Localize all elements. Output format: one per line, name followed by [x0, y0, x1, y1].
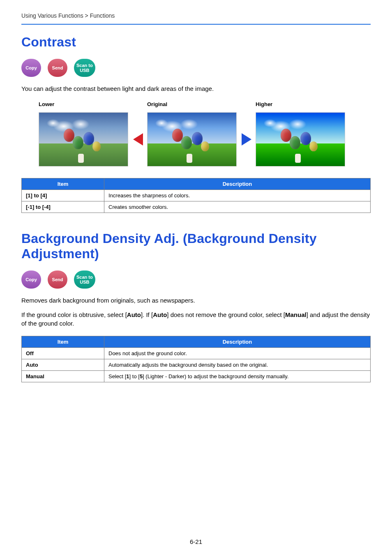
- cell-desc: Creates smoother colors.: [104, 201, 371, 213]
- table-row: [1] to [4] Increases the sharpness of co…: [22, 190, 371, 201]
- cell-item: Off: [22, 348, 104, 359]
- thumb-original: [147, 112, 237, 166]
- pill-send: Send: [48, 271, 67, 289]
- text: ] does not remove the ground color, sele…: [167, 311, 285, 318]
- contrast-higher-col: Higher: [256, 101, 346, 166]
- text: ]. If [: [141, 311, 153, 318]
- header-rule: [21, 24, 371, 25]
- contrast-lower-col: Lower: [39, 101, 129, 166]
- bold-auto: Auto: [153, 311, 167, 318]
- table-row: [-1] to [-4] Creates smoother colors.: [22, 201, 371, 213]
- label-lower: Lower: [39, 101, 54, 107]
- pill-copy: Copy: [21, 59, 41, 77]
- contrast-table: Item Description [1] to [4] Increases th…: [21, 178, 371, 213]
- bgdensity-table: Item Description Off Does not adjust the…: [21, 336, 371, 382]
- text: If the ground color is obtrusive, select…: [21, 311, 127, 318]
- thumb-lower: [39, 112, 128, 166]
- bgdensity-p1: Removes dark background from originals, …: [21, 296, 371, 305]
- cell-item: Manual: [22, 371, 104, 382]
- text: ] (Lighter - Darker) to adjust the backg…: [143, 373, 288, 379]
- thumb-higher: [256, 112, 345, 166]
- th-description: Description: [104, 336, 371, 348]
- th-description: Description: [104, 178, 371, 190]
- svg-marker-1: [242, 133, 251, 146]
- arrow-left-icon: [132, 132, 144, 146]
- bold-manual: Manual: [285, 311, 307, 318]
- cell-desc: Increases the sharpness of colors.: [104, 190, 371, 201]
- cell-item: Auto: [22, 359, 104, 371]
- table-row: Manual Select [1] to [5] (Lighter - Dark…: [22, 371, 371, 382]
- table-row: Off Does not adjust the ground color.: [22, 348, 371, 359]
- th-item: Item: [22, 336, 104, 348]
- text: Select [: [108, 373, 126, 379]
- label-original: Original: [147, 101, 167, 107]
- cell-desc: Does not adjust the ground color.: [104, 348, 371, 359]
- arrow-right-icon: [241, 132, 252, 146]
- text: ] to [: [129, 373, 140, 379]
- cell-desc: Automatically adjusts the background den…: [104, 359, 371, 371]
- pill-scan-to-usb: Scan toUSB: [74, 271, 95, 289]
- pill-scan-to-usb: Scan toUSB: [74, 59, 95, 77]
- contrast-original-col: Original: [147, 101, 238, 166]
- mode-pills-bgdensity: Copy Send Scan toUSB: [21, 271, 371, 289]
- heading-contrast: Contrast: [21, 35, 371, 50]
- breadcrumb: Using Various Functions > Functions: [21, 12, 371, 19]
- page-number: 6-21: [0, 538, 392, 545]
- cell-desc: Select [1] to [5] (Lighter - Darker) to …: [104, 371, 371, 382]
- label-higher: Higher: [256, 101, 272, 107]
- bold-one: 1: [126, 373, 129, 379]
- pill-copy: Copy: [21, 271, 41, 289]
- bgdensity-p2: If the ground color is obtrusive, select…: [21, 310, 371, 328]
- bold-auto: Auto: [127, 311, 141, 318]
- mode-pills-contrast: Copy Send Scan toUSB: [21, 59, 371, 77]
- table-row: Auto Automatically adjusts the backgroun…: [22, 359, 371, 371]
- contrast-intro: You can adjust the contrast between ligh…: [21, 84, 371, 93]
- cell-item: [1] to [4]: [22, 190, 104, 201]
- th-item: Item: [22, 178, 104, 190]
- heading-bgdensity: Background Density Adj. (Background Dens…: [21, 231, 371, 261]
- cell-item: [-1] to [-4]: [22, 201, 104, 213]
- svg-marker-0: [133, 133, 143, 146]
- pill-send: Send: [48, 59, 67, 77]
- contrast-examples: Lower Original Higher: [21, 101, 371, 166]
